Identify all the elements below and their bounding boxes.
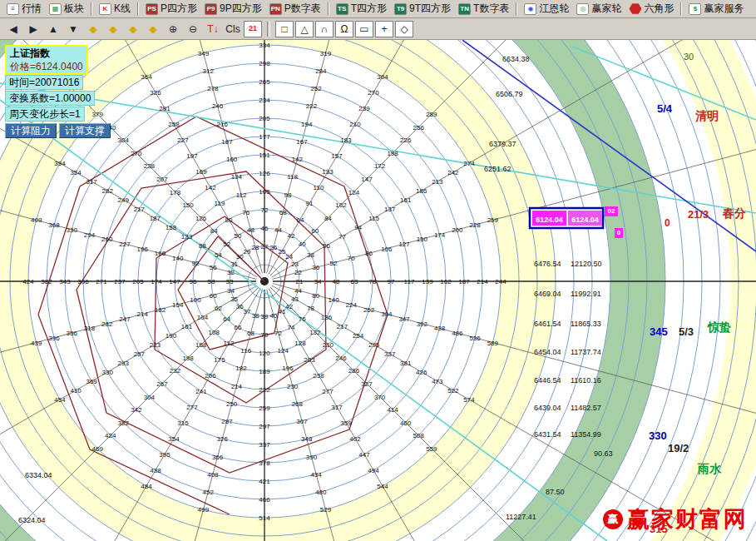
wheel-number: 289 — [426, 111, 437, 118]
wheel-number: 126 — [259, 170, 270, 177]
select-tool-button[interactable]: □ — [275, 21, 294, 37]
wheel-number: 421 — [259, 478, 270, 485]
move-tool-button[interactable]: + — [375, 21, 393, 37]
diamond-right-button[interactable]: ◆ — [104, 21, 122, 37]
wheel-number: 44 — [274, 226, 282, 234]
diamond-down-button[interactable]: ◆ — [144, 21, 162, 37]
degree-annotation: 春分 — [722, 206, 746, 220]
wheel-number: 424 — [105, 432, 116, 439]
wheel-number: 224 — [346, 301, 358, 309]
wheel-number: 60 — [311, 227, 319, 235]
menu-9p-square-label: 9P四方形 — [220, 2, 262, 16]
price-label: 6379.37 — [489, 140, 516, 148]
wheel-number: 190 — [166, 332, 177, 340]
wheel-number: 291 — [159, 105, 170, 112]
menu-t-square[interactable]: TST四方形 — [333, 1, 390, 17]
menu-t-square-label: T四方形 — [351, 2, 387, 16]
menu-p-square[interactable]: PSP四方形 — [142, 1, 200, 17]
calc-support-button[interactable]: 计算支撑 — [59, 123, 111, 138]
t9-icon: T9 — [394, 3, 407, 15]
degree-annotation: 345 — [650, 325, 668, 338]
calc-resistance-button[interactable]: 计算阻力 — [5, 123, 57, 138]
menu-quotes[interactable]: ≡行情 — [3, 1, 45, 17]
wheel-number: 68 — [279, 209, 287, 216]
wheel-number: 78 — [369, 278, 377, 285]
wheel-number: 237 — [114, 278, 126, 285]
wheel-number: 60 — [210, 292, 217, 300]
wheel-number: 304 — [381, 310, 393, 318]
wheel-number: 222 — [306, 102, 318, 110]
wheel-number: 80 — [225, 216, 233, 224]
zoom-out-button[interactable]: ⊖ — [184, 21, 202, 37]
wheel-number: 424 — [22, 278, 34, 285]
wheel-number: 133 — [181, 233, 193, 241]
menu-sectors[interactable]: ▦板块 — [46, 1, 87, 17]
nav-back-button[interactable]: ◀ — [4, 21, 22, 37]
wheel-number: 246 — [212, 102, 224, 110]
wheel-number: 347 — [398, 315, 410, 323]
diamond-up-button[interactable]: ◆ — [124, 21, 142, 37]
menu-t-table-label: T数字表 — [473, 2, 509, 16]
wheel-number: 244 — [495, 278, 506, 285]
step-readout: 周天变化步长=1 — [5, 107, 85, 122]
wheel-number: 254 — [353, 332, 364, 340]
wheel-number: 318 — [84, 325, 96, 332]
degree-annotation: 330 — [649, 429, 667, 442]
wheel-number: 38 — [252, 312, 259, 320]
wheel-number: 298 — [259, 60, 270, 67]
wheel-number: 98 — [284, 191, 291, 199]
cls-button[interactable]: Cls — [224, 21, 242, 37]
wheel-number: 88 — [199, 242, 206, 250]
tn-icon: TN — [458, 3, 471, 15]
wheel-number: 315 — [177, 419, 189, 427]
curve-tool-button[interactable]: Ω — [335, 21, 353, 37]
menu-kline[interactable]: KK线 — [96, 1, 134, 17]
menu-t-table[interactable]: TNT数字表 — [455, 1, 512, 17]
degree-annotation: 5/4 — [657, 102, 673, 115]
wheel-number: 369 — [86, 378, 97, 385]
toolbar-separator — [267, 22, 270, 37]
wheel-number: 92 — [191, 260, 199, 267]
menu-winner-wheel[interactable]: ◎赢家轮 — [573, 1, 625, 17]
wheel-number: 484 — [141, 483, 152, 490]
wheel-number: 452 — [203, 489, 215, 496]
zoom-in-button[interactable]: ⊕ — [164, 21, 182, 37]
wheel-number: 137 — [384, 206, 396, 213]
menu-service[interactable]: $赢家服务 — [685, 1, 747, 17]
menu-gann-wheel[interactable]: ◉江恩轮 — [521, 1, 572, 17]
price-label: 6431.54 — [534, 430, 561, 439]
diamond-left-button[interactable]: ◆ — [84, 21, 102, 37]
wheel-number: 133 — [322, 168, 334, 176]
nav-forward-button[interactable]: ▶ — [24, 21, 42, 37]
wheel-number: 54 — [215, 251, 222, 259]
time-down-button[interactable]: T↓ — [204, 21, 222, 37]
wheel-number: 287 — [221, 418, 233, 425]
filter-tool-button[interactable]: ▼ — [64, 21, 82, 37]
wheel-number: 29 — [244, 248, 251, 256]
wheel-number: 337 — [384, 350, 396, 358]
wheel-number: 30 — [236, 253, 244, 261]
gann-wheel-icon: ◉ — [524, 3, 536, 15]
wheel-number: 157 — [331, 152, 343, 160]
wheel-number: 396 — [48, 335, 60, 342]
menu-hexagon[interactable]: 六角形 — [625, 1, 677, 17]
wheel-number: 44 — [294, 287, 302, 295]
wheel-number: 38 — [307, 251, 314, 259]
menu-9p-square[interactable]: P99P四方形 — [201, 1, 265, 17]
wheel-number: 118 — [287, 173, 298, 181]
pointer-tool-button[interactable]: ▲ — [44, 21, 62, 37]
arc-tool-button[interactable]: ∩ — [315, 21, 334, 37]
price-label: 6439.04 — [534, 404, 561, 412]
wheel-number: 115 — [368, 215, 379, 222]
price-label: 6334.04 — [25, 471, 52, 479]
triangle-tool-button[interactable]: △ — [295, 21, 314, 37]
wheel-number: 529 — [320, 506, 332, 514]
menu-9t-square[interactable]: T99T四方形 — [391, 1, 454, 17]
wheel-number: 32 — [227, 269, 235, 276]
polygon-tool-button[interactable]: ◇ — [395, 21, 413, 37]
rect-tool-button[interactable]: ▭ — [355, 21, 373, 37]
calendar-button[interactable]: 21 — [244, 21, 262, 37]
wheel-number: 132 — [309, 329, 321, 336]
menu-p-table[interactable]: PNP数字表 — [266, 1, 324, 17]
wheel-number: 409 — [31, 216, 42, 224]
